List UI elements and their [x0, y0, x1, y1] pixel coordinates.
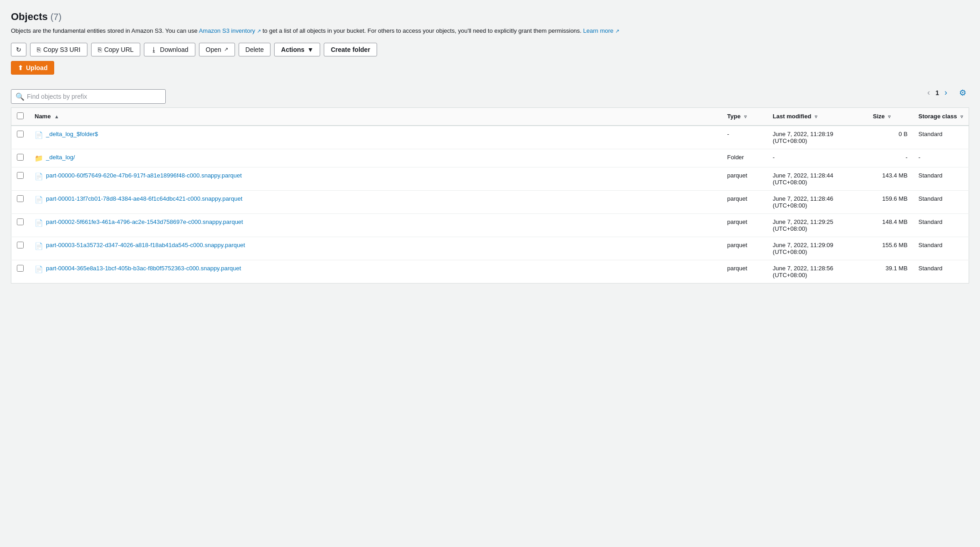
row-name-cell: 📄part-00004-365e8a13-1bcf-405b-b3ac-f8b0… [29, 260, 722, 283]
row-checkbox-cell [11, 167, 30, 190]
file-link[interactable]: 📁_delta_log/ [35, 154, 716, 162]
objects-table: Name ▲ Type ▿ Last modified ▿ Size ▿ Sto… [11, 107, 969, 284]
file-link[interactable]: 📄part-00001-13f7cb01-78d8-4384-ae48-6f1c… [35, 195, 716, 204]
create-folder-label: Create folder [331, 46, 370, 53]
copy-s3-uri-button[interactable]: ⎘ Copy S3 URI [30, 43, 87, 56]
type-col-label: Type [727, 113, 740, 120]
actions-button[interactable]: Actions ▼ [274, 43, 320, 56]
file-link[interactable]: 📄part-00003-51a35732-d347-4026-a818-f18a… [35, 242, 716, 250]
modified-date: June 7, 2022, 11:28:56 [773, 265, 833, 272]
modified-date: June 7, 2022, 11:28:46 [773, 195, 833, 202]
actions-dropdown-icon: ▼ [307, 46, 314, 53]
learn-more-link[interactable]: Learn more ↗ [583, 27, 619, 34]
row-checkbox[interactable] [17, 154, 24, 161]
row-storage-cell: Standard [913, 213, 969, 237]
page-container: Objects (7) Objects are the fundamental … [11, 11, 969, 284]
search-input[interactable] [11, 89, 166, 104]
name-sort-icon[interactable]: ▲ [54, 114, 59, 119]
size-sort-icon[interactable]: ▿ [888, 114, 891, 120]
select-all-checkbox[interactable] [17, 112, 24, 119]
row-checkbox[interactable] [17, 131, 24, 137]
modified-sort-icon[interactable]: ▿ [815, 114, 817, 120]
file-link[interactable]: 📄part-00004-365e8a13-1bcf-405b-b3ac-f8b0… [35, 265, 716, 274]
table-settings-button[interactable]: ⚙ [956, 87, 969, 99]
file-name: part-00004-365e8a13-1bcf-405b-b3ac-f8b0f… [46, 265, 241, 272]
page-header: Objects (7) Objects are the fundamental … [11, 11, 969, 35]
row-checkbox-cell [11, 213, 30, 237]
row-type-cell: parquet [722, 260, 767, 283]
row-type-cell: parquet [722, 190, 767, 213]
row-storage-cell: Standard [913, 237, 969, 260]
copy-s3-uri-label: Copy S3 URI [43, 46, 81, 53]
storage-sort-icon[interactable]: ▿ [960, 114, 963, 120]
row-modified-cell: June 7, 2022, 11:28:19(UTC+08:00) [767, 126, 868, 149]
modified-tz: (UTC+08:00) [773, 202, 807, 209]
file-link[interactable]: 📄part-00000-60f57649-620e-47b6-917f-a81e… [35, 172, 716, 181]
s3-inventory-link-text: Amazon S3 inventory [199, 27, 255, 34]
row-storage-cell: Standard [913, 260, 969, 283]
row-name-cell: 📄part-00000-60f57649-620e-47b6-917f-a81e… [29, 167, 722, 190]
table-controls: 🔍 ‹ 1 › ⚙ [11, 82, 969, 104]
row-modified-cell: June 7, 2022, 11:29:09(UTC+08:00) [767, 237, 868, 260]
search-bar: 🔍 [11, 89, 166, 104]
row-checkbox[interactable] [17, 265, 24, 272]
col-header-storage: Storage class ▿ [913, 107, 969, 126]
row-size-cell: 39.1 MB [868, 260, 913, 283]
row-checkbox-cell [11, 260, 30, 283]
row-size-cell: - [868, 149, 913, 167]
table-row: 📄part-00001-13f7cb01-78d8-4384-ae48-6f1c… [11, 190, 969, 213]
create-folder-button[interactable]: Create folder [324, 43, 377, 56]
pagination: ‹ 1 › ⚙ [924, 87, 969, 99]
storage-col-label: Storage class [919, 113, 957, 120]
refresh-icon: ↻ [16, 46, 21, 53]
search-icon: 🔍 [15, 92, 25, 101]
col-header-size: Size ▿ [868, 107, 913, 126]
row-checkbox[interactable] [17, 218, 24, 225]
row-checkbox[interactable] [17, 195, 24, 202]
row-checkbox[interactable] [17, 172, 24, 179]
delete-button[interactable]: Delete [239, 43, 271, 56]
row-name-cell: 📁_delta_log/ [29, 149, 722, 167]
upload-button[interactable]: ⬆ Upload [11, 61, 54, 75]
file-link[interactable]: 📄part-00002-5f661fe3-461a-4796-ac2e-1543… [35, 218, 716, 227]
open-label: Open [206, 46, 221, 53]
copy-url-label: Copy URL [104, 46, 134, 53]
download-button[interactable]: ⭳ Download [144, 43, 195, 56]
row-modified-cell: - [767, 149, 868, 167]
table-row: 📄_delta_log_$folder$-June 7, 2022, 11:28… [11, 126, 969, 149]
row-type-cell: Folder [722, 149, 767, 167]
row-checkbox[interactable] [17, 242, 24, 248]
upload-label: Upload [26, 64, 47, 71]
file-name: part-00000-60f57649-620e-47b6-917f-a81e1… [46, 172, 242, 179]
open-button[interactable]: Open ↗ [199, 43, 235, 56]
next-page-button[interactable]: › [942, 87, 950, 98]
col-header-type: Type ▿ [722, 107, 767, 126]
upload-toolbar: ⬆ Upload [11, 61, 969, 75]
row-checkbox-cell [11, 149, 30, 167]
modified-date: June 7, 2022, 11:29:09 [773, 242, 833, 248]
name-col-label: Name [35, 113, 51, 120]
col-header-modified: Last modified ▿ [767, 107, 868, 126]
row-type-cell: - [722, 126, 767, 149]
file-link[interactable]: 📄_delta_log_$folder$ [35, 131, 716, 139]
table-row: 📄part-00004-365e8a13-1bcf-405b-b3ac-f8b0… [11, 260, 969, 283]
prev-page-button[interactable]: ‹ [924, 87, 933, 98]
copy-url-button[interactable]: ⎘ Copy URL [91, 43, 141, 56]
upload-icon: ⬆ [18, 64, 23, 71]
table-row: 📄part-00002-5f661fe3-461a-4796-ac2e-1543… [11, 213, 969, 237]
col-header-name: Name ▲ [29, 107, 722, 126]
learn-more-text: Learn more [583, 27, 613, 34]
file-name: _delta_log/ [46, 154, 75, 161]
description: Objects are the fundamental entities sto… [11, 26, 969, 35]
refresh-button[interactable]: ↻ [11, 43, 26, 56]
file-name: part-00003-51a35732-d347-4026-a818-f18ab… [46, 242, 245, 248]
row-modified-cell: June 7, 2022, 11:28:44(UTC+08:00) [767, 167, 868, 190]
row-size-cell: 148.4 MB [868, 213, 913, 237]
delete-label: Delete [245, 46, 264, 53]
type-sort-icon[interactable]: ▿ [744, 114, 747, 120]
row-type-cell: parquet [722, 237, 767, 260]
s3-inventory-link[interactable]: Amazon S3 inventory ↗ [199, 27, 263, 34]
desc-text2: to get a list of all objects in your buc… [262, 27, 583, 34]
select-all-header [11, 107, 30, 126]
row-size-cell: 159.6 MB [868, 190, 913, 213]
